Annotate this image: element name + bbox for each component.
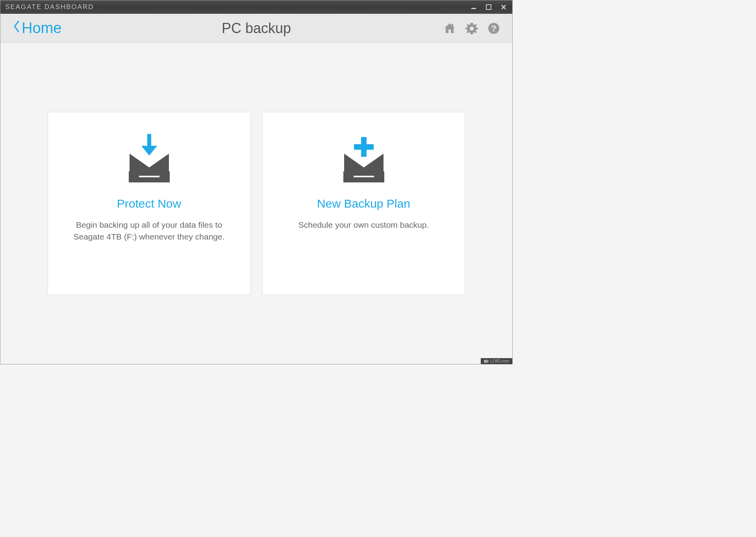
- protect-now-description: Begin backing up all of your data files …: [48, 219, 250, 243]
- page-title: PC backup: [222, 20, 291, 37]
- svg-text:?: ?: [491, 24, 496, 33]
- home-icon: [443, 22, 456, 35]
- watermark-icon: [484, 359, 489, 363]
- help-icon: ?: [487, 22, 500, 35]
- header-bar: Home PC backup ?: [0, 14, 512, 43]
- back-home-label: Home: [22, 20, 61, 37]
- svg-rect-12: [354, 176, 374, 177]
- gear-icon: [465, 22, 478, 35]
- svg-point-14: [485, 360, 489, 363]
- header-actions: ?: [443, 22, 500, 35]
- titlebar: SEAGATE DASHBOARD: [0, 0, 512, 14]
- maximize-button[interactable]: [485, 3, 493, 11]
- close-icon: [501, 4, 506, 10]
- close-button[interactable]: [500, 3, 508, 11]
- minimize-button[interactable]: [470, 3, 478, 11]
- maximize-icon: [486, 4, 491, 10]
- svg-rect-10: [354, 144, 374, 150]
- minimize-icon: [471, 4, 476, 10]
- svg-rect-6: [147, 134, 151, 148]
- help-button[interactable]: ?: [487, 22, 500, 35]
- svg-rect-1: [486, 5, 491, 9]
- watermark-badge: LO4D.com: [481, 358, 512, 364]
- main-content: Protect Now Begin backing up all of your…: [0, 43, 512, 364]
- new-backup-plan-title: New Backup Plan: [317, 197, 410, 210]
- settings-button[interactable]: [465, 22, 478, 35]
- app-title: SEAGATE DASHBOARD: [5, 3, 470, 11]
- watermark-text: LO4D.com: [490, 359, 509, 363]
- chevron-left-icon: [12, 19, 21, 37]
- protect-now-title: Protect Now: [117, 197, 181, 210]
- svg-rect-2: [452, 24, 453, 26]
- protect-now-card[interactable]: Protect Now Begin backing up all of your…: [48, 112, 250, 295]
- new-backup-plan-icon: [336, 134, 391, 185]
- svg-rect-8: [139, 176, 159, 177]
- svg-point-3: [470, 26, 474, 30]
- new-backup-plan-card[interactable]: New Backup Plan Schedule your own custom…: [262, 112, 465, 295]
- back-home-link[interactable]: Home: [12, 19, 61, 37]
- window-controls: [470, 3, 508, 11]
- new-backup-plan-description: Schedule your own custom backup.: [283, 219, 445, 231]
- svg-rect-0: [471, 8, 476, 9]
- home-button[interactable]: [443, 22, 456, 35]
- protect-now-icon: [122, 134, 177, 185]
